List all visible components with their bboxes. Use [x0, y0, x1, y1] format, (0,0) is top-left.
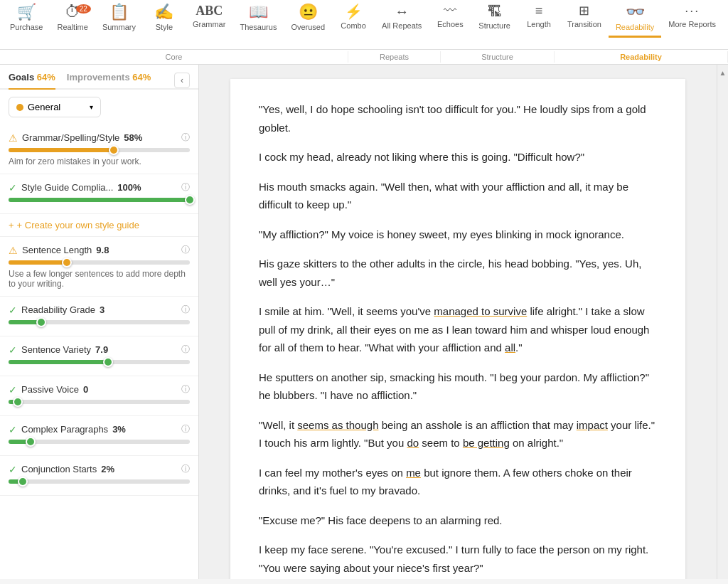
style-icon: ✍	[154, 4, 173, 20]
underline-be-getting: be getting	[463, 437, 510, 449]
toolbar-item-style[interactable]: ✍ Style	[143, 0, 186, 49]
goal-grammar-info[interactable]: ⓘ	[181, 132, 190, 144]
goal-sentence-variety-info[interactable]: ⓘ	[181, 344, 190, 356]
ok-icon-6: ✓	[9, 464, 17, 475]
goal-sentence-length: ⚠ Sentence Length 9.8 ⓘ Use a few longer…	[0, 237, 198, 297]
goal-sentence-length-slider[interactable]	[9, 260, 190, 265]
underline-seems-as-though: seems as though	[297, 419, 378, 431]
goal-passive-voice-thumb	[13, 397, 23, 407]
toolbar-item-readability[interactable]: 👓 Readability	[609, 0, 661, 49]
toolbar-label-echoes: Echoes	[437, 20, 464, 28]
ok-icon-3: ✓	[9, 344, 17, 356]
tab-improvements[interactable]: Improvements 64%	[67, 72, 151, 90]
goal-sentence-length-desc: Use a few longer sentences to add more d…	[9, 269, 190, 289]
goal-passive-voice-value: 0	[83, 384, 88, 395]
goal-readability-slider[interactable]	[9, 320, 190, 324]
goal-sentence-variety-slider[interactable]	[9, 360, 190, 364]
goal-complex-paragraphs-thumb	[26, 437, 36, 447]
scroll-up-arrow[interactable]: ▲	[718, 68, 728, 78]
underline-impact: impact	[577, 419, 608, 431]
goal-style-guide-slider[interactable]	[9, 198, 190, 202]
underline-me: me	[406, 467, 421, 479]
toolbar-label-purchase: Purchase	[10, 23, 43, 31]
right-scrollbar: ▲	[717, 65, 728, 579]
echoes-icon: 〰	[444, 4, 456, 17]
toolbar-label-structure: Structure	[478, 21, 510, 30]
toolbar-item-overused[interactable]: 😐 Overused	[284, 0, 332, 49]
toolbar-item-structure[interactable]: 🏗 Structure	[471, 0, 518, 49]
toolbar-label-all-repeats: All Repeats	[382, 21, 422, 30]
goal-conjunction-starts-thumb	[18, 477, 28, 487]
para-5: His gaze skitters to the other adults in…	[259, 255, 657, 291]
toolbar-item-thesaurus[interactable]: 📖 Thesaurus	[232, 0, 284, 49]
goal-readability-info[interactable]: ⓘ	[181, 304, 190, 316]
toolbar-label-style: Style	[156, 23, 173, 31]
goal-complex-paragraphs-value: 3%	[112, 424, 126, 435]
all-repeats-icon: ↔	[395, 4, 409, 18]
goal-complex-paragraphs-info[interactable]: ⓘ	[181, 423, 190, 435]
goal-passive-voice-slider[interactable]	[9, 400, 190, 404]
goal-conjunction-starts: ✓ Conjunction Starts 2% ⓘ	[0, 456, 198, 496]
sidebar-tabs: Goals 64% Improvements 64% ‹	[0, 65, 198, 90]
warn-icon: ⚠	[9, 132, 18, 144]
goal-conjunction-starts-header: ✓ Conjunction Starts 2% ⓘ	[9, 463, 190, 475]
toolbar-item-length[interactable]: ≡ Length	[518, 0, 560, 49]
para-11: I keep my face serene. "You're excused."…	[259, 541, 657, 577]
para-1: "Yes, well, I do hope schooling isn't to…	[259, 100, 657, 137]
toolbar-item-summary[interactable]: 📋 Summary	[95, 0, 143, 49]
para-3: His mouth smacks again. "Well then, what…	[259, 178, 657, 214]
underline-do: do	[407, 437, 419, 449]
ok-icon: ✓	[9, 182, 17, 193]
goal-passive-voice-info[interactable]: ⓘ	[181, 383, 190, 395]
goal-passive-voice-header: ✓ Passive Voice 0 ⓘ	[9, 383, 190, 395]
goal-sentence-variety-fill	[9, 360, 108, 364]
goal-grammar-slider[interactable]	[9, 148, 190, 152]
create-style-guide-link[interactable]: + + Create your own style guide	[0, 214, 198, 237]
toolbar-item-all-repeats[interactable]: ↔ All Repeats	[375, 0, 429, 49]
toolbar-item-more-reports[interactable]: ··· More Reports	[661, 0, 723, 49]
toolbar-item-realtime[interactable]: 22 ⏱ Realtime	[50, 0, 95, 49]
goal-style-guide-info[interactable]: ⓘ	[181, 181, 190, 193]
goal-grammar-label: Grammar/Spelling/Style	[22, 132, 119, 143]
goal-conjunction-starts-info[interactable]: ⓘ	[181, 463, 190, 475]
goal-style-guide-fill	[9, 198, 190, 202]
goals-pct: 64%	[37, 72, 55, 83]
sidebar-collapse-button[interactable]: ‹	[174, 73, 190, 88]
goal-style-guide: ✓ Style Guide Complia... 100% ⓘ	[0, 174, 198, 214]
goal-conjunction-starts-label: Conjunction Starts	[21, 464, 97, 474]
subheader-structure: Structure	[481, 53, 513, 61]
toolbar-label-transition: Transition	[567, 20, 601, 28]
document-page: "Yes, well, I do hope schooling isn't to…	[230, 79, 685, 579]
goal-style-guide-header: ✓ Style Guide Complia... 100% ⓘ	[9, 181, 190, 193]
toolbar-item-transition[interactable]: ⊞ Transition	[560, 0, 609, 49]
goal-complex-paragraphs-slider[interactable]	[9, 440, 190, 444]
dropdown-dot	[16, 104, 23, 111]
goal-readability-label: Readability Grade	[21, 304, 95, 315]
thesaurus-icon: 📖	[249, 4, 268, 20]
toolbar-item-echoes[interactable]: 〰 Echoes	[429, 0, 471, 49]
subheader: Core Repeats Structure Readability	[0, 50, 728, 65]
goal-sentence-length-info[interactable]: ⓘ	[181, 244, 190, 256]
goal-sentence-length-label: Sentence Length	[22, 245, 92, 255]
para-10: "Excuse me?" His face deepens to an alar…	[259, 511, 657, 530]
para-7: He sputters on another sip, smacking his…	[259, 368, 657, 405]
purchase-icon: 🛒	[17, 4, 36, 20]
goal-readability-thumb	[36, 317, 46, 327]
toolbar-label-combo: Combo	[341, 21, 365, 30]
goal-conjunction-starts-slider[interactable]	[9, 479, 190, 484]
more-reports-icon: ···	[685, 4, 700, 17]
grammar-icon: ABC	[196, 4, 223, 17]
toolbar: 🛒 Purchase 22 ⏱ Realtime 📋 Summary ✍ Sty…	[0, 0, 728, 50]
para-9: I can feel my mother's eyes on me but ig…	[259, 464, 657, 500]
category-dropdown[interactable]: General ▾	[9, 97, 101, 117]
toolbar-label-thesaurus: Thesaurus	[240, 23, 277, 31]
realtime-badge: 22	[76, 4, 91, 14]
para-2: I cock my head, already not liking where…	[259, 148, 657, 166]
toolbar-item-combo[interactable]: ⚡ Combo	[332, 0, 375, 49]
toolbar-item-grammar[interactable]: ABC Grammar	[186, 0, 232, 49]
toolbar-label-more-reports: More Reports	[668, 20, 716, 28]
toolbar-item-purchase[interactable]: 🛒 Purchase	[3, 0, 50, 49]
tab-goals[interactable]: Goals 64%	[9, 72, 55, 90]
content-area[interactable]: "Yes, well, I do hope schooling isn't to…	[199, 65, 717, 579]
goal-complex-paragraphs: ✓ Complex Paragraphs 3% ⓘ	[0, 416, 198, 456]
